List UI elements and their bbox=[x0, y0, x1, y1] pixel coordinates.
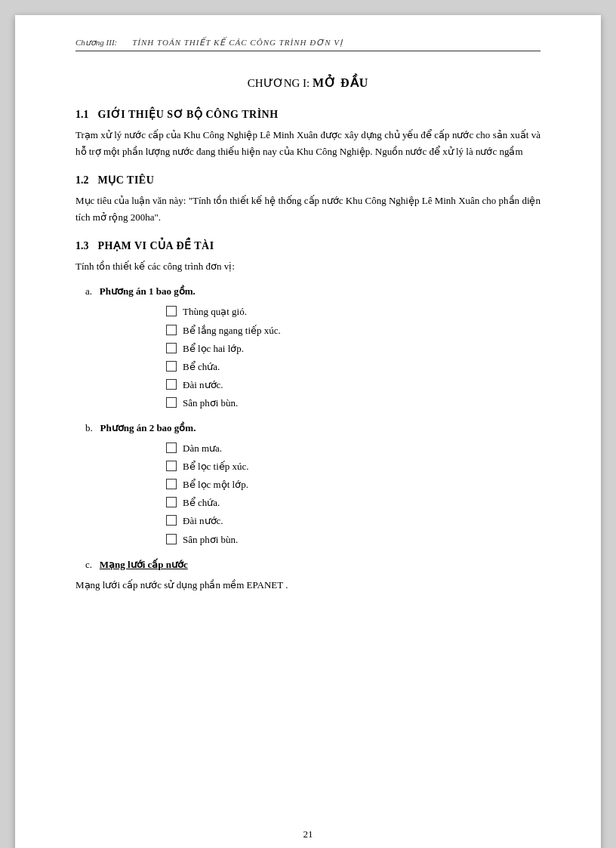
network-paragraph: Mạng lưới cấp nước sử dụng phần mềm EPAN… bbox=[75, 577, 541, 594]
chapter-name: MỞ ĐẦU bbox=[313, 76, 368, 89]
list-item: Thùng quạt gió. bbox=[166, 304, 541, 320]
section-1-3-paragraph: Tính tồn thiết kế các công trình đơn vị: bbox=[75, 258, 541, 275]
bullet-icon bbox=[166, 306, 177, 316]
subsection-a-list: Thùng quạt gió. Bể lắng ngang tiếp xúc. … bbox=[75, 304, 541, 412]
list-item-text: Sân phơi bùn. bbox=[183, 395, 238, 412]
subsection-c-name: Mạng lưới cấp nước bbox=[100, 559, 188, 570]
section-1-3-number: 1.3 bbox=[75, 240, 89, 252]
page-footer: 21 bbox=[15, 828, 601, 840]
bullet-icon bbox=[166, 515, 177, 526]
list-item: Bể chứa. bbox=[166, 359, 541, 375]
subsection-b-name: Phương án 2 bao gồm. bbox=[100, 422, 196, 433]
list-item: Đài nước. bbox=[166, 377, 541, 393]
section-1-2-title: 1.2 MỤC TIÊU bbox=[75, 174, 541, 187]
list-item-text: Bể lọc hai lớp. bbox=[183, 341, 244, 357]
header-chapter-ref: Chương III: bbox=[75, 38, 117, 48]
subsection-b-label: b. bbox=[85, 422, 93, 433]
page-number: 21 bbox=[303, 828, 313, 840]
list-item: Đài nước. bbox=[166, 513, 541, 529]
list-item: Dàn mưa. bbox=[166, 440, 541, 457]
section-1-1-paragraph: Trạm xử lý nước cấp của Khu Công Nghiệp … bbox=[75, 127, 541, 160]
header-chapter-title: TÍNH TOÁN THIẾT KẾ CÁC CÔNG TRÌNH ĐƠN VỊ bbox=[132, 38, 343, 48]
list-item-text: Thùng quạt gió. bbox=[183, 304, 247, 320]
subsection-c-label: c. bbox=[85, 559, 92, 570]
bullet-icon bbox=[166, 397, 177, 408]
page-header: Chương III: TÍNH TOÁN THIẾT KẾ CÁC CÔNG … bbox=[75, 38, 541, 51]
list-item-text: Bể chứa. bbox=[183, 495, 220, 511]
bullet-icon bbox=[166, 461, 177, 471]
list-item: Sân phơi bùn. bbox=[166, 395, 541, 412]
list-item-text: Sân phơi bùn. bbox=[183, 532, 238, 548]
list-item: Sân phơi bùn. bbox=[166, 532, 541, 548]
subsection-c-title: c. Mạng lưới cấp nước bbox=[75, 559, 541, 571]
subsection-b-list: Dàn mưa. Bể lọc tiếp xúc. Bể lọc một lớp… bbox=[75, 440, 541, 548]
bullet-icon bbox=[166, 343, 177, 353]
bullet-icon bbox=[166, 325, 177, 335]
subsection-b-title: b. Phương án 2 bao gồm. bbox=[75, 422, 541, 434]
list-item-text: Đài nước. bbox=[183, 377, 223, 393]
list-item-text: Bể lọc một lớp. bbox=[183, 476, 248, 493]
list-item: Bể lọc hai lớp. bbox=[166, 341, 541, 357]
bullet-icon bbox=[166, 497, 177, 507]
list-item: Bể lắng ngang tiếp xúc. bbox=[166, 322, 541, 339]
subsection-a-title: a. Phương án 1 bao gồm. bbox=[75, 285, 541, 298]
section-1-1-name: GIỚI THIỆU SƠ BỘ CÔNG TRÌNH bbox=[98, 108, 279, 121]
list-item: Bể lọc một lớp. bbox=[166, 476, 541, 493]
bullet-icon bbox=[166, 361, 177, 372]
section-1-3-name: PHẠM VI CỦA ĐỀ TÀI bbox=[98, 239, 214, 252]
page-content: CHƯƠNG I: MỞ ĐẦU 1.1 GIỚI THIỆU SƠ BỘ CÔ… bbox=[75, 76, 541, 594]
bullet-icon bbox=[166, 479, 177, 489]
chapter-label: CHƯƠNG I: bbox=[248, 77, 310, 89]
section-1-2-name: MỤC TIÊU bbox=[98, 174, 155, 187]
page: Chương III: TÍNH TOÁN THIẾT KẾ CÁC CÔNG … bbox=[15, 15, 601, 848]
list-item: Bể chứa. bbox=[166, 495, 541, 511]
section-1-3-title: 1.3 PHẠM VI CỦA ĐỀ TÀI bbox=[75, 239, 541, 252]
list-item-text: Bể lắng ngang tiếp xúc. bbox=[183, 322, 281, 339]
subsection-a-label: a. bbox=[85, 285, 92, 297]
list-item-text: Đài nước. bbox=[183, 513, 223, 529]
section-1-1-title: 1.1 GIỚI THIỆU SƠ BỘ CÔNG TRÌNH bbox=[75, 108, 541, 121]
list-item-text: Dàn mưa. bbox=[183, 440, 222, 457]
bullet-icon bbox=[166, 534, 177, 544]
section-1-2-number: 1.2 bbox=[75, 174, 89, 187]
list-item: Bể lọc tiếp xúc. bbox=[166, 458, 541, 475]
list-item-text: Bể lọc tiếp xúc. bbox=[183, 458, 249, 475]
bullet-icon bbox=[166, 443, 177, 453]
bullet-icon bbox=[166, 379, 177, 390]
section-1-1-number: 1.1 bbox=[75, 109, 89, 121]
section-1-2-paragraph: Mục tiêu của luận văn này: "Tính tồn thi… bbox=[75, 193, 541, 226]
list-item-text: Bể chứa. bbox=[183, 359, 220, 375]
subsection-a-name: Phương án 1 bao gồm. bbox=[100, 285, 196, 297]
chapter-heading: CHƯƠNG I: MỞ ĐẦU bbox=[75, 76, 541, 90]
